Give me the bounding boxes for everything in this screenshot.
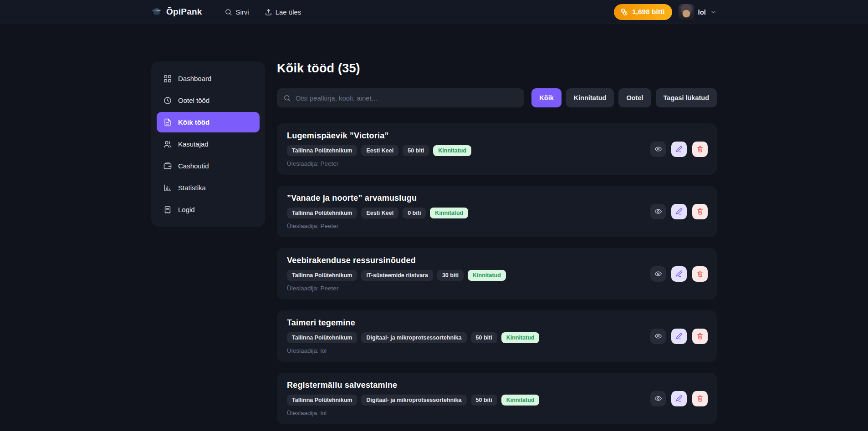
view-button[interactable] bbox=[650, 204, 666, 219]
sidebar-item-koik-tood[interactable]: Kõik tööd bbox=[157, 112, 260, 132]
status-badge: Kinnitatud bbox=[430, 208, 468, 218]
trash-icon bbox=[696, 395, 704, 402]
tag: 50 biti bbox=[471, 332, 497, 343]
work-title: ”Vanade ja noorte” arvamuslugu bbox=[287, 193, 468, 203]
search-input[interactable] bbox=[296, 94, 518, 102]
tag: Digitaal- ja mikroprotsessortehnika bbox=[361, 332, 466, 343]
view-button[interactable] bbox=[650, 266, 666, 282]
graduation-cap-icon bbox=[151, 6, 162, 17]
nav-browse[interactable]: Sirvi bbox=[225, 8, 249, 16]
wallet-icon bbox=[163, 162, 172, 171]
app-logo[interactable]: ÕpiPank bbox=[151, 6, 202, 17]
sidebar-item-logid[interactable]: Logid bbox=[157, 199, 260, 220]
sidebar-item-ootel-tood[interactable]: Ootel tööd bbox=[157, 90, 260, 111]
sidebar-item-statistika[interactable]: Statistika bbox=[157, 177, 260, 198]
eye-icon bbox=[654, 332, 662, 340]
sidebar-item-label: Statistika bbox=[178, 184, 206, 192]
edit-button[interactable] bbox=[671, 204, 687, 219]
main-content: Kõik tööd (35) KõikKinnitatudOotelTagasi… bbox=[277, 61, 717, 424]
eye-icon bbox=[654, 395, 662, 402]
status-badge: Kinnitatud bbox=[468, 270, 506, 281]
delete-button[interactable] bbox=[692, 266, 708, 282]
pencil-icon bbox=[675, 145, 683, 153]
uploader-label: Üleslaadija: Peeter bbox=[287, 160, 471, 167]
nav-upload-label: Lae üles bbox=[276, 8, 301, 16]
sidebar-item-label: Logid bbox=[178, 206, 195, 213]
nav-upload[interactable]: Lae üles bbox=[265, 8, 301, 16]
balance-badge[interactable]: 1,698 bitti bbox=[614, 4, 672, 20]
file-icon bbox=[163, 118, 172, 127]
search-box bbox=[277, 88, 524, 107]
delete-button[interactable] bbox=[692, 204, 708, 219]
filter-button-tagasi-lukatud[interactable]: Tagasi lükatud bbox=[656, 88, 717, 107]
filter-button-koik[interactable]: Kõik bbox=[531, 88, 561, 107]
view-button[interactable] bbox=[650, 391, 666, 406]
eye-icon bbox=[654, 208, 662, 215]
card-info: Lugemispäevik ”Victoria”Tallinna Polüteh… bbox=[287, 131, 471, 167]
chevron-down-icon bbox=[710, 9, 717, 15]
users-icon bbox=[163, 140, 172, 149]
sidebar-item-kasutajad[interactable]: Kasutajad bbox=[157, 134, 260, 154]
pencil-icon bbox=[675, 270, 683, 278]
tag: Tallinna Polütehnikum bbox=[287, 208, 357, 218]
delete-button[interactable] bbox=[692, 142, 708, 157]
tag: 30 biti bbox=[437, 270, 464, 281]
pencil-icon bbox=[675, 208, 683, 215]
work-card: Registermällu salvestamineTallinna Polüt… bbox=[277, 373, 717, 424]
uploader-label: Üleslaadija: lol bbox=[287, 347, 539, 354]
tag: Tallinna Polütehnikum bbox=[287, 395, 357, 406]
filter-button-ootel[interactable]: Ootel bbox=[618, 88, 651, 107]
uploader-label: Üleslaadija: Peeter bbox=[287, 285, 506, 292]
works-list: Lugemispäevik ”Victoria”Tallinna Polüteh… bbox=[277, 123, 717, 424]
edit-button[interactable] bbox=[671, 329, 687, 344]
tag: 50 biti bbox=[403, 145, 429, 156]
view-button[interactable] bbox=[650, 142, 666, 157]
status-badge: Kinnitatud bbox=[501, 332, 540, 343]
work-card: ”Vanade ja noorte” arvamusluguTallinna P… bbox=[277, 186, 717, 237]
trash-icon bbox=[696, 208, 704, 215]
card-actions bbox=[650, 204, 708, 219]
edit-button[interactable] bbox=[671, 391, 687, 406]
coins-icon bbox=[620, 8, 628, 16]
tag-row: Tallinna PolütehnikumEesti Keel50 bitiKi… bbox=[287, 145, 471, 156]
eye-icon bbox=[654, 145, 662, 153]
scroll-icon bbox=[163, 205, 172, 214]
user-name: lol bbox=[698, 8, 706, 16]
card-info: Registermällu salvestamineTallinna Polüt… bbox=[287, 380, 539, 416]
card-actions bbox=[650, 391, 708, 406]
filter-button-kinnitatud[interactable]: Kinnitatud bbox=[566, 88, 614, 107]
work-title: Registermällu salvestamine bbox=[287, 380, 539, 390]
top-nav: Sirvi Lae üles bbox=[225, 8, 301, 16]
work-title: Lugemispäevik ”Victoria” bbox=[287, 131, 471, 141]
work-title: Taimeri tegemine bbox=[287, 318, 539, 328]
trash-icon bbox=[696, 332, 704, 340]
search-icon bbox=[283, 94, 291, 102]
page-title: Kõik tööd (35) bbox=[277, 61, 717, 76]
delete-button[interactable] bbox=[692, 391, 708, 406]
top-right: 1,698 bitti lol bbox=[614, 4, 717, 20]
toolbar: KõikKinnitatudOotelTagasi lükatud bbox=[277, 88, 717, 107]
upload-icon bbox=[265, 8, 272, 16]
chart-icon bbox=[163, 183, 172, 193]
tag: 0 biti bbox=[403, 208, 426, 218]
user-menu[interactable]: lol bbox=[679, 4, 717, 20]
tag: 50 biti bbox=[471, 395, 497, 406]
sidebar-item-label: Cashoutid bbox=[178, 162, 209, 170]
tag: IT-süsteemide riistvara bbox=[361, 270, 433, 281]
top-bar: ÕpiPank Sirvi Lae üles 1,698 bitti lol bbox=[0, 0, 868, 24]
sidebar-item-dashboard[interactable]: Dashboard bbox=[157, 68, 260, 89]
card-actions bbox=[650, 266, 708, 282]
tag: Eesti Keel bbox=[361, 208, 398, 218]
edit-button[interactable] bbox=[671, 266, 687, 282]
tag-row: Tallinna PolütehnikumDigitaal- ja mikrop… bbox=[287, 332, 539, 343]
tag: Eesti Keel bbox=[361, 145, 398, 156]
page-layout: DashboardOotel töödKõik töödKasutajadCas… bbox=[151, 61, 717, 424]
trash-icon bbox=[696, 270, 704, 278]
delete-button[interactable] bbox=[692, 329, 708, 344]
edit-button[interactable] bbox=[671, 142, 687, 157]
uploader-label: Üleslaadija: Peeter bbox=[287, 223, 468, 229]
sidebar-item-cashoutid[interactable]: Cashoutid bbox=[157, 156, 260, 176]
card-actions bbox=[650, 329, 708, 344]
tag-row: Tallinna PolütehnikumIT-süsteemide riist… bbox=[287, 270, 506, 281]
view-button[interactable] bbox=[650, 329, 666, 344]
